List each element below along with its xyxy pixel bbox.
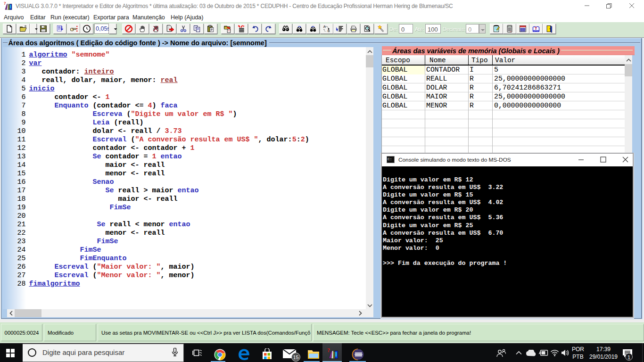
svg-text:?: ? <box>4 1 6 6</box>
svg-text:?: ? <box>535 26 537 31</box>
svg-text:A: A <box>323 25 326 29</box>
svg-text:?: ? <box>327 347 330 354</box>
